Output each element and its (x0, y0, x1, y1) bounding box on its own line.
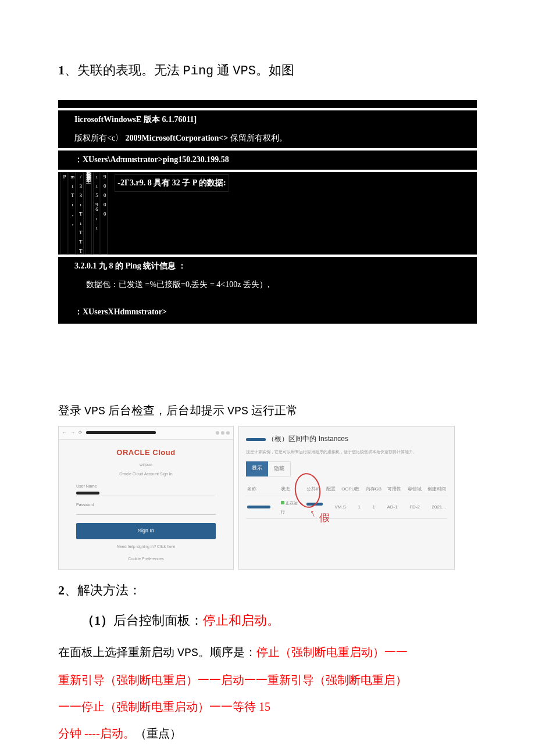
password-field[interactable]: Password (76, 501, 216, 515)
url-redacted (86, 431, 156, 434)
help-link[interactable]: Need help signing in? Click here (70, 543, 222, 550)
region-redacted (246, 438, 266, 441)
cmd-terminal-screenshot: IicrosoftWindowsE 版本 6.1.76011] 版权所有<c〉 … (58, 100, 477, 324)
section-1-heading: 1、失联的表现。无法 Ping 通 VPS。如图 (58, 58, 477, 84)
instances-title: （根）区间中的 Instances (246, 432, 447, 446)
signin-button[interactable]: Sign In (76, 523, 216, 539)
terminal-ping-header: -2Γ3.r9. 8 具有 32 子 P 的数据: (115, 174, 229, 192)
section-2-heading: 2、解决方法： (58, 578, 477, 603)
cookie-link[interactable]: Cookie Preferences (70, 555, 222, 562)
section-2-number: 2 (58, 583, 65, 597)
table-header: 名称 状态 公共IP 配置 OCPU数 内存GB 可用性 容错域 创建时间 (246, 482, 447, 496)
screenshot-row: ←→⟳ ORACLE Cloud wıljoun Oracle Cloud Ac… (58, 426, 477, 570)
instances-subtitle: 这是计算实例，它是可以用来运行应用程序的虚拟机，便于您比较低成本地快速获得计算能… (246, 448, 447, 456)
terminal-ping-command: ：XUsers\Adπınıstrator>ping150.230.199.58 (58, 151, 477, 170)
table-row[interactable]: 正在运行 VM.S 1 1 AD-1 FD-2 2021... (246, 496, 447, 519)
hand-annotation-fake: 假 (319, 508, 330, 528)
terminal-copyright-line: 版权所有<c〉 2009MicrosoftCorporation<> 保留所有权… (58, 129, 477, 148)
oracle-login-screenshot: ←→⟳ ORACLE Cloud wıljoun Oracle Cloud Ac… (58, 426, 234, 570)
tab-show[interactable]: 显示 (246, 461, 268, 476)
status-running-icon (281, 501, 284, 504)
instance-name-redacted (247, 506, 270, 508)
section-2-sub-heading: （1）后台控制面板：停止和启动。 (58, 608, 477, 633)
instances-tabs: 显示 隐藏 (246, 461, 447, 476)
username-field[interactable]: User Name (76, 482, 216, 496)
terminal-version-line: IicrosoftWindowsE 版本 6.1.76011] (58, 110, 477, 130)
username-redacted (76, 492, 99, 495)
tab-hide[interactable]: 隐藏 (268, 461, 291, 476)
terminal-prompt: ：XUsersXHdmnıstrator> (58, 303, 477, 322)
section-1-number: 1 (58, 63, 65, 77)
oracle-logo: ORACLE Cloud (70, 446, 222, 460)
oracle-subtitle: Oracle Cloud Account Sign In (70, 470, 222, 478)
instances-table: 名称 状态 公共IP 配置 OCPU数 内存GB 可用性 容错域 创建时间 (246, 482, 447, 519)
mid-paragraph: 登录 VPS 后台检查，后台却提示 VPS 运行正常 (58, 399, 477, 422)
browser-bar: ←→⟳ (59, 427, 233, 439)
oracle-tenant: wıljoun (70, 461, 222, 468)
terminal-ping-output: P m ı T ı , , / 3 3 ı T ı T T T 主超量超量超量超… (58, 172, 477, 255)
instances-screenshot: （根）区间中的 Instances 这是计算实例，它是可以用来运行应用程序的虚拟… (238, 426, 455, 570)
instance-state: 正在运行 (281, 499, 302, 516)
solution-paragraph: 在面板上选择重新启动 VPS。顺序是：停止（强制断电重启动）一一 重新引导（强制… (58, 639, 477, 747)
terminal-stats-line: 数据包：已发送 =%已接版=0,丢失 = 4<100z 丢失）, (58, 275, 477, 295)
terminal-stats-heading: 3.2.0.1 九 8 的 Ping 统计信息 ： (58, 257, 477, 276)
